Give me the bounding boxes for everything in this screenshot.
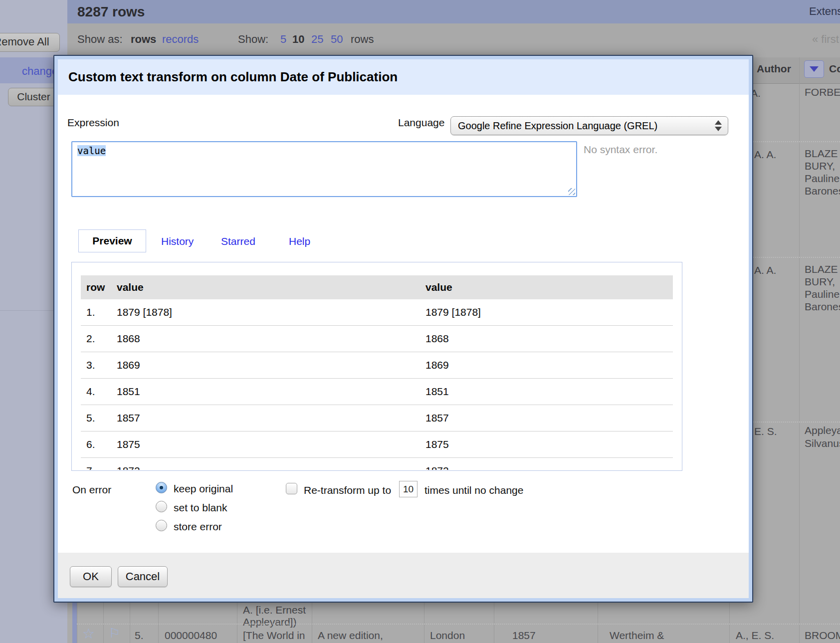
- co-cell: BURY,: [805, 160, 835, 172]
- pager-first-link[interactable]: « first: [812, 33, 839, 46]
- edition-cell: A new edition,: [318, 629, 383, 642]
- row-count: 8287 rows: [77, 4, 145, 20]
- radio-keep-original[interactable]: [156, 482, 167, 493]
- facet-change-link[interactable]: change: [22, 65, 58, 78]
- show-as-label: Show as:: [77, 33, 123, 46]
- grid-line: [424, 603, 424, 643]
- preview-col-value-after: value: [425, 281, 673, 293]
- rows-suffix: rows: [351, 33, 374, 46]
- star-icon[interactable]: ☆: [82, 626, 95, 642]
- column-header-author: Author: [757, 63, 791, 75]
- page-size-50[interactable]: 50: [331, 33, 343, 46]
- radio-keep-original-label[interactable]: keep original: [174, 483, 233, 495]
- dialog-body: Expression Language Google Refine Expres…: [58, 95, 749, 553]
- page-size-5[interactable]: 5: [280, 33, 286, 46]
- grid-line: [130, 603, 130, 643]
- syntax-status: No syntax error.: [584, 144, 657, 156]
- row-number-cell: 5.: [135, 629, 144, 642]
- preview-row: 6. 1875 1875: [81, 431, 673, 458]
- ok-button[interactable]: OK: [70, 566, 112, 587]
- tab-help[interactable]: Help: [289, 235, 310, 247]
- retransform-prefix: Re-transform up to: [304, 484, 391, 496]
- radio-set-to-blank[interactable]: [156, 501, 167, 512]
- date-cell: 1857: [512, 629, 536, 642]
- retransform-count-input[interactable]: [399, 481, 418, 497]
- preview-after: 1872: [425, 465, 673, 470]
- preview-header-row: row value value: [81, 275, 673, 299]
- page-size-25[interactable]: 25: [311, 33, 323, 46]
- extensions-link[interactable]: Extensions: [809, 5, 840, 18]
- expression-input[interactable]: value: [71, 141, 577, 197]
- title-cell: [The World in: [243, 629, 305, 642]
- author-cell: A. A.: [754, 148, 776, 161]
- dialog-footer: OK Cancel: [58, 553, 749, 598]
- grid-line: [598, 603, 598, 643]
- column-header-co: Co: [829, 63, 840, 75]
- co-cell: BLAZE: [805, 263, 838, 275]
- radio-set-to-blank-label[interactable]: set to blank: [174, 502, 227, 514]
- preview-row: 1. 1879 [1878] 1879 [1878]: [81, 299, 673, 326]
- expression-label: Expression: [67, 117, 119, 129]
- grid-line: [799, 57, 800, 643]
- language-select-value: Google Refine Expression Language (GREL): [458, 120, 715, 132]
- grid-line: [312, 603, 312, 643]
- summary-bar: [67, 0, 840, 23]
- preview-before: 1875: [117, 438, 425, 450]
- language-select[interactable]: Google Refine Expression Language (GREL): [450, 116, 728, 135]
- openrefine-screen: 8287 rows Extensions Show as: rows recor…: [0, 0, 840, 643]
- grid-line: [77, 603, 77, 643]
- co-cell: Baroness: [805, 185, 840, 197]
- co-cell: Pauline: [805, 288, 840, 300]
- column-dropdown-button[interactable]: [804, 60, 824, 78]
- co-cell: BROOM: [805, 629, 840, 642]
- dialog-title: Custom text transform on column Date of …: [58, 59, 749, 95]
- tab-history[interactable]: History: [161, 235, 194, 247]
- preview-scroll-area[interactable]: row value value 1. 1879 [1878] 1879 [187…: [81, 275, 673, 470]
- on-error-label: On error: [72, 484, 111, 496]
- co-cell: BLAZE: [805, 147, 838, 160]
- expression-selected-text: value: [77, 145, 106, 156]
- radio-store-error-label[interactable]: store error: [174, 521, 222, 533]
- language-label: Language: [398, 117, 444, 129]
- co-cell: Baroness: [805, 300, 840, 313]
- id-cell: 000000480: [165, 629, 217, 642]
- preview-before: 1868: [117, 333, 425, 345]
- preview-panel: row value value 1. 1879 [1878] 1879 [187…: [71, 262, 682, 471]
- retransform-checkbox[interactable]: [286, 483, 297, 494]
- co-cell: Appleyard: [805, 424, 840, 436]
- preview-row-num: 7.: [81, 465, 117, 470]
- preview-after: 1851: [425, 386, 673, 398]
- co-cell: BURY,: [805, 275, 835, 288]
- co-cell: FORBES: [805, 86, 840, 98]
- preview-before: 1879 [1878]: [117, 306, 425, 318]
- remove-all-button[interactable]: Remove All: [0, 33, 60, 52]
- grid-line: [158, 603, 159, 643]
- cancel-button[interactable]: Cancel: [118, 566, 168, 587]
- cluster-button[interactable]: Cluster: [8, 88, 59, 106]
- preview-row-num: 3.: [81, 359, 117, 371]
- page-size-10-active[interactable]: 10: [292, 33, 304, 46]
- preview-row-num: 5.: [81, 412, 117, 424]
- place-cell: London: [430, 629, 465, 642]
- preview-after: 1857: [425, 412, 673, 424]
- author-cell: E. S.: [754, 425, 777, 437]
- preview-row: 4. 1851 1851: [81, 379, 673, 405]
- show-label: Show:: [238, 33, 268, 46]
- radio-store-error[interactable]: [156, 520, 167, 531]
- grid-line: [494, 603, 494, 643]
- select-stepper-icon: [715, 120, 722, 131]
- grid-left-strip: [72, 603, 77, 643]
- preview-after: 1875: [425, 438, 673, 450]
- tab-starred[interactable]: Starred: [221, 235, 255, 247]
- cell-tail: Appleyard]): [243, 616, 296, 628]
- preview-row: 5. 1857 1857: [81, 405, 673, 431]
- show-as-rows: rows: [131, 33, 156, 46]
- show-as-records-link[interactable]: records: [162, 33, 199, 46]
- preview-col-row: row: [81, 281, 117, 293]
- preview-after: 1869: [425, 359, 673, 371]
- tab-preview[interactable]: Preview: [78, 229, 146, 252]
- resize-handle-icon[interactable]: [568, 188, 575, 195]
- grid-line: [103, 603, 104, 643]
- flag-icon[interactable]: ⚐: [109, 626, 120, 641]
- preview-row: 7. 1872 1872: [81, 458, 673, 470]
